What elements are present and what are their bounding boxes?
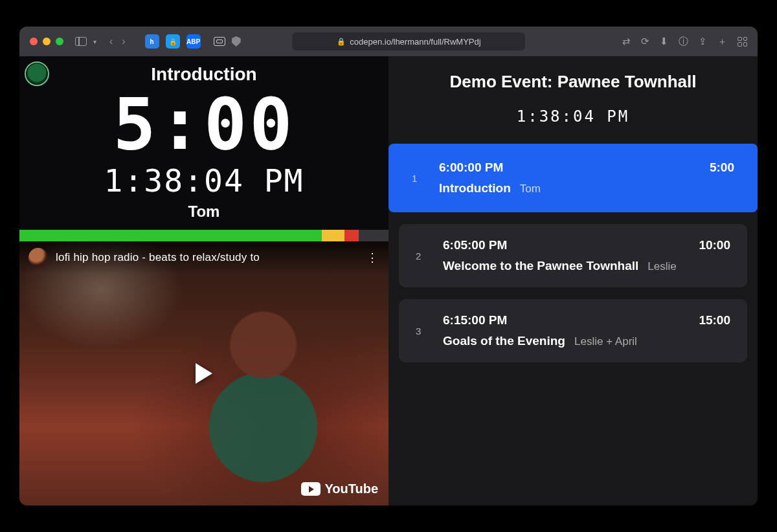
nav-arrows: ‹ › bbox=[109, 36, 126, 47]
event-logo bbox=[25, 61, 49, 86]
reload-button[interactable]: ⟳ bbox=[641, 36, 649, 47]
screenshot-extension-icon[interactable] bbox=[214, 37, 225, 46]
minimize-window-button[interactable] bbox=[43, 38, 51, 45]
agenda-item-number: 2 bbox=[416, 250, 431, 261]
agenda-item-speaker: Tom bbox=[520, 183, 541, 195]
left-panel: Introduction 5:00 1:38:04 PM Tom lofi hi… bbox=[19, 56, 388, 505]
agenda-item-start: 6:05:00 PM bbox=[443, 238, 687, 252]
share-icon[interactable]: ⇪ bbox=[699, 36, 707, 47]
address-bar[interactable]: 🔒 codepen.io/lhermann/full/RwMYPdj bbox=[292, 32, 525, 50]
info-icon[interactable]: ⓘ bbox=[679, 36, 688, 48]
progress-remaining bbox=[359, 230, 388, 241]
progress-yellow bbox=[322, 230, 344, 241]
youtube-logo[interactable]: YouTube bbox=[301, 482, 378, 496]
extension-icons: h 🔒 ABP bbox=[145, 34, 201, 49]
play-button-icon[interactable] bbox=[196, 363, 212, 384]
agenda-item-duration: 5:00 bbox=[710, 161, 734, 175]
youtube-mark-icon bbox=[301, 482, 321, 496]
event-title: Demo Event: Pawnee Townhall bbox=[388, 72, 758, 92]
new-tab-button[interactable]: ＋ bbox=[717, 36, 727, 48]
downloads-icon[interactable]: ⬇ bbox=[660, 36, 668, 47]
agenda-item-number: 1 bbox=[412, 173, 427, 184]
browser-window: ▾ ‹ › h 🔒 ABP 🔒 codepen.io/lhermann/full… bbox=[19, 27, 758, 505]
agenda-item-name: Welcome to the Pawnee Townhall bbox=[443, 259, 638, 273]
youtube-label: YouTube bbox=[324, 482, 378, 496]
current-speaker: Tom bbox=[19, 203, 388, 221]
fullscreen-window-button[interactable] bbox=[56, 38, 63, 45]
right-panel: Demo Event: Pawnee Townhall 1:38:04 PM 1… bbox=[388, 56, 758, 505]
extension-lock-icon[interactable]: 🔒 bbox=[166, 34, 180, 49]
video-title[interactable]: lofi hip hop radio - beats to relax/stud… bbox=[56, 251, 260, 264]
agenda-item-speaker: Leslie + April bbox=[574, 335, 637, 348]
toolbar-right: ⇄ ⟳ ⬇ ⓘ ⇪ ＋ bbox=[622, 36, 747, 48]
progress-red bbox=[344, 230, 359, 241]
agenda-item[interactable]: 1 6:00:00 PM 5:00 Introduction Tom bbox=[388, 144, 758, 212]
agenda-item-number: 3 bbox=[416, 326, 431, 337]
agenda-item-start: 6:15:00 PM bbox=[443, 313, 687, 327]
app-content: Introduction 5:00 1:38:04 PM Tom lofi hi… bbox=[19, 56, 758, 505]
forward-button[interactable]: › bbox=[122, 36, 125, 47]
progress-bar bbox=[19, 230, 388, 241]
lock-icon: 🔒 bbox=[337, 38, 346, 46]
agenda-item-duration: 15:00 bbox=[699, 313, 730, 327]
translate-icon[interactable]: ⇄ bbox=[622, 36, 631, 47]
video-embed[interactable]: lofi hip hop radio - beats to relax/stud… bbox=[19, 241, 388, 505]
countdown-timer: 5:00 bbox=[19, 89, 388, 160]
browser-chrome: ▾ ‹ › h 🔒 ABP 🔒 codepen.io/lhermann/full… bbox=[19, 27, 758, 56]
extension-abp-icon[interactable]: ABP bbox=[186, 34, 201, 49]
agenda-list: 1 6:00:00 PM 5:00 Introduction Tom 2 6:0… bbox=[388, 144, 758, 362]
video-top-bar: lofi hip hop radio - beats to relax/stud… bbox=[19, 241, 388, 274]
current-segment-title: Introduction bbox=[19, 64, 388, 85]
close-window-button[interactable] bbox=[30, 38, 38, 45]
back-button[interactable]: ‹ bbox=[109, 36, 113, 47]
video-menu-icon[interactable]: ⋮ bbox=[366, 250, 379, 265]
agenda-item-duration: 10:00 bbox=[699, 238, 730, 252]
url-text: codepen.io/lhermann/full/RwMYPdj bbox=[350, 37, 480, 47]
extension-honey-icon[interactable]: h bbox=[145, 34, 159, 49]
sidebar-toggle-icon[interactable] bbox=[75, 37, 87, 46]
channel-avatar[interactable] bbox=[28, 248, 48, 267]
privacy-shield-icon[interactable] bbox=[232, 36, 241, 47]
agenda-item-speaker: Leslie bbox=[648, 260, 676, 273]
agenda-item-name: Goals of the Evening bbox=[443, 334, 565, 348]
agenda-item-start: 6:00:00 PM bbox=[439, 161, 698, 175]
tab-overview-icon[interactable] bbox=[738, 37, 747, 47]
progress-green bbox=[19, 230, 322, 241]
agenda-item[interactable]: 3 6:15:00 PM 15:00 Goals of the Evening … bbox=[399, 299, 747, 362]
chevron-down-icon[interactable]: ▾ bbox=[93, 38, 96, 45]
current-time-left: 1:38:04 PM bbox=[19, 165, 388, 196]
current-time-right: 1:38:04 PM bbox=[388, 107, 758, 126]
agenda-item[interactable]: 2 6:05:00 PM 10:00 Welcome to the Pawnee… bbox=[399, 224, 747, 287]
timer-area: Introduction 5:00 1:38:04 PM Tom bbox=[19, 56, 388, 225]
agenda-item-name: Introduction bbox=[439, 181, 511, 195]
traffic-lights bbox=[30, 38, 63, 45]
